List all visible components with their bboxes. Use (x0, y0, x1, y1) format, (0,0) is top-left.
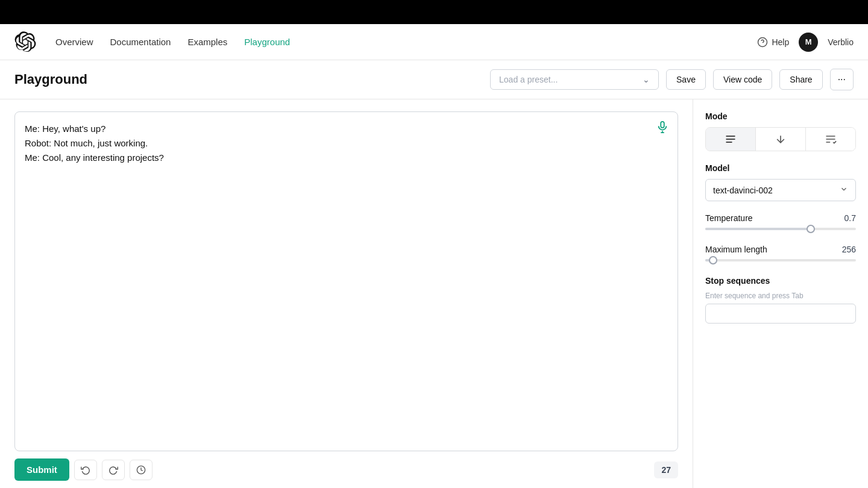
stop-seq-hint: Enter sequence and press Tab (705, 292, 856, 300)
stop-seq-section: Stop sequences Enter sequence and press … (705, 276, 856, 324)
temperature-section: Temperature 0.7 (705, 213, 856, 233)
nav-right: Help M Verblio (757, 33, 854, 52)
nav: Overview Documentation Examples Playgrou… (0, 24, 868, 60)
model-chevron-icon (840, 185, 848, 195)
more-button[interactable]: ··· (830, 69, 854, 90)
nav-examples[interactable]: Examples (187, 37, 227, 47)
mode-insert-button[interactable] (755, 128, 805, 151)
user-avatar: M (799, 33, 818, 52)
nav-playground[interactable]: Playground (244, 37, 290, 47)
view-code-button[interactable]: View code (713, 69, 772, 90)
model-section: Model text-davinci-002 (705, 163, 856, 201)
microphone-icon[interactable] (656, 120, 669, 137)
toolbar: Playground Load a preset... ⌄ Save View … (0, 60, 868, 99)
max-length-section: Maximum length 256 (705, 245, 856, 264)
top-bar (0, 0, 868, 24)
redo-button[interactable] (102, 460, 125, 480)
save-button[interactable]: Save (666, 69, 706, 90)
nav-documentation[interactable]: Documentation (110, 37, 171, 47)
help-button[interactable]: Help (757, 37, 789, 48)
user-name: Verblio (828, 37, 854, 47)
max-length-label: Maximum length (705, 245, 767, 254)
openai-logo[interactable] (14, 31, 36, 53)
max-length-row: Maximum length 256 (705, 245, 856, 254)
temperature-slider-track[interactable] (705, 228, 856, 230)
main-content: Me: Hey, what's up? Robot: Not much, jus… (0, 99, 868, 488)
max-length-value: 256 (842, 245, 856, 254)
mode-edit-button[interactable] (805, 128, 855, 151)
stop-seq-input[interactable] (705, 304, 856, 324)
stop-seq-label: Stop sequences (705, 276, 856, 286)
model-label: Model (705, 163, 856, 173)
nav-overview[interactable]: Overview (55, 37, 93, 47)
help-label: Help (772, 37, 789, 47)
model-select[interactable]: text-davinci-002 (705, 179, 856, 201)
mode-buttons (705, 127, 856, 151)
chevron-down-icon: ⌄ (643, 75, 650, 84)
mode-complete-button[interactable] (706, 128, 755, 151)
page-title: Playground (14, 72, 87, 87)
temperature-label: Temperature (705, 213, 753, 223)
preset-placeholder: Load a preset... (499, 75, 558, 84)
mode-section: Mode (705, 111, 856, 151)
editor-wrapper: Me: Hey, what's up? Robot: Not much, jus… (14, 111, 678, 451)
history-button[interactable] (130, 460, 153, 480)
svg-rect-2 (661, 122, 664, 128)
model-value: text-davinci-002 (713, 186, 773, 195)
submit-button[interactable]: Submit (14, 458, 69, 481)
max-length-slider-track[interactable] (705, 259, 856, 261)
editor-textarea[interactable]: Me: Hey, what's up? Robot: Not much, jus… (15, 112, 678, 451)
max-length-slider-thumb[interactable] (709, 256, 717, 264)
right-panel: Mode (693, 99, 868, 488)
temperature-slider-thumb[interactable] (807, 225, 815, 233)
temperature-slider-fill (705, 228, 811, 230)
mode-label: Mode (705, 111, 856, 121)
bottom-bar: Submit 27 (14, 451, 678, 481)
nav-links: Overview Documentation Examples Playgrou… (55, 37, 757, 47)
temperature-value: 0.7 (844, 213, 856, 223)
temperature-row: Temperature 0.7 (705, 213, 856, 223)
share-button[interactable]: Share (779, 69, 822, 90)
left-panel: Me: Hey, what's up? Robot: Not much, jus… (0, 99, 693, 488)
preset-dropdown[interactable]: Load a preset... ⌄ (490, 69, 659, 90)
undo-button[interactable] (74, 460, 97, 480)
token-count: 27 (654, 461, 678, 478)
